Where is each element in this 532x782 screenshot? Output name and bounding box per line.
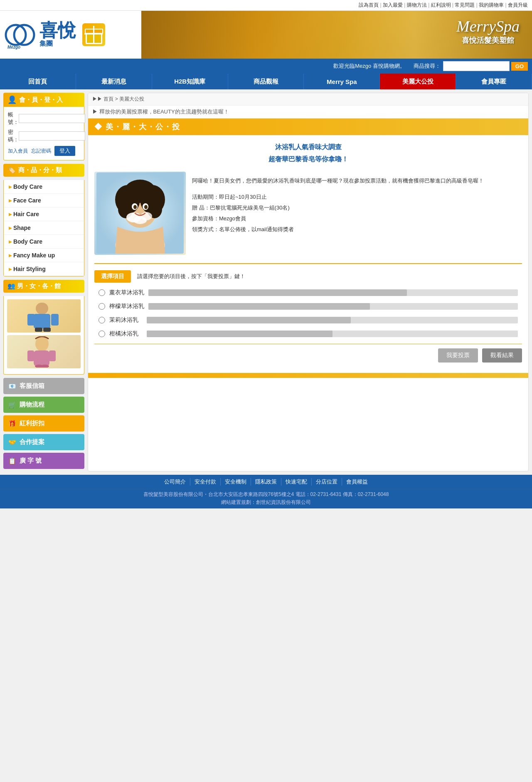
vote-bar-bg-2 bbox=[148, 303, 518, 310]
vote-bar-fill-4 bbox=[147, 331, 332, 337]
vote-section: 選擇項目 請選擇您要的項目後，按下「我要投票」鍵！ 薰衣草沐浴乳 bbox=[94, 263, 522, 363]
vote-label-4: 柑橘沐浴乳 bbox=[109, 330, 143, 338]
forgot-link[interactable]: 忘記密碼 bbox=[31, 148, 51, 155]
vote-header: 選擇項目 請選擇您要的項目後，按下「我要投票」鍵！ bbox=[94, 270, 522, 283]
top-link-home[interactable]: 設為首頁 bbox=[359, 2, 379, 8]
footer-link-membership[interactable]: 會員權益 bbox=[342, 478, 372, 486]
account-input[interactable] bbox=[19, 114, 85, 123]
vote-button[interactable]: 我要投票 bbox=[438, 348, 478, 363]
top-link-faq[interactable]: 常見問題 bbox=[455, 2, 475, 8]
nav-news[interactable]: 最新消息 bbox=[76, 74, 152, 89]
banner: MerrySpa 喜悅活髮美塑館 bbox=[141, 11, 532, 59]
footer-company-info: 喜悅髮型美容股份有限公司・台北市大安區忠孝東路四段76號5樓之4 電話：02-2… bbox=[2, 491, 530, 498]
footer-link-privacy[interactable]: 隱私政策 bbox=[251, 478, 281, 486]
content-breadcrumb: ▶▶ 首頁 > 美麗大公投 bbox=[88, 93, 528, 106]
cooperation-label: 合作提案 bbox=[20, 438, 44, 446]
svg-rect-12 bbox=[49, 350, 56, 361]
vote-bar-fill-1 bbox=[148, 289, 407, 296]
cat-shape[interactable]: Shape bbox=[4, 221, 84, 235]
footer-link-delivery[interactable]: 快速宅配 bbox=[281, 478, 312, 486]
bonus-discount-icon: 🎁 bbox=[8, 420, 16, 427]
svg-point-30 bbox=[133, 217, 147, 224]
vote-radio-3[interactable] bbox=[99, 317, 105, 323]
bottom-orange-bar bbox=[88, 373, 528, 378]
content-area: ▶▶ 首頁 > 美麗大公投 ▶ 釋放你的美麗投票權，BEAUTY的主流趨勢就在這… bbox=[88, 93, 529, 471]
password-input[interactable] bbox=[19, 131, 85, 141]
top-link-upgrade[interactable]: 會員升級 bbox=[508, 2, 528, 8]
survey-image bbox=[94, 172, 186, 255]
svg-rect-3 bbox=[36, 303, 48, 314]
account-field-row: 帳號： bbox=[8, 111, 80, 126]
vote-label-1: 薰衣草沐浴乳 bbox=[109, 289, 144, 296]
top-link-shopping[interactable]: 購物方法 bbox=[407, 2, 427, 8]
login-button[interactable]: 登入 bbox=[54, 146, 75, 156]
guang-icon: 📋 bbox=[8, 457, 16, 465]
sidebar-btns: 📧 客服信箱 🛒 購物流程 🎁 紅利折扣 🤝 合作提案 📋 廣 字 號 bbox=[3, 378, 84, 469]
vote-bar-fill-3 bbox=[147, 317, 351, 323]
vote-instruction: 請選擇您要的項目後，按下「我要投票」鍵！ bbox=[137, 273, 245, 280]
nav-vote[interactable]: 美麗大公投 bbox=[380, 74, 456, 89]
nav-products[interactable]: 商品觀報 bbox=[228, 74, 304, 89]
vote-radio-1[interactable] bbox=[99, 289, 105, 296]
view-results-button[interactable]: 觀看結果 bbox=[482, 348, 522, 363]
cat-face-care[interactable]: Face Care bbox=[4, 194, 84, 207]
guang-btn[interactable]: 📋 廣 字 號 bbox=[3, 453, 84, 469]
svg-rect-5 bbox=[27, 314, 35, 326]
cat-body-care-2[interactable]: Body Care bbox=[4, 235, 84, 249]
cat-hair-styling[interactable]: Hair Styling bbox=[4, 262, 84, 276]
sidebar: 👤 會・員・登・入 帳號： 密碼： 加入會員 忘記密碼 登入 🏷️ 商・品・分・… bbox=[3, 93, 84, 471]
welcome-text: 歡迎光臨Mezgo 喜悅購物網。 bbox=[333, 62, 405, 70]
svg-text:Mezgo: Mezgo bbox=[7, 45, 20, 49]
main-layout: 👤 會・員・登・入 帳號： 密碼： 加入會員 忘記密碼 登入 🏷️ 商・品・分・… bbox=[0, 89, 532, 475]
search-button[interactable]: GO bbox=[511, 62, 528, 71]
member-title-text: 會・員・登・入 bbox=[19, 96, 63, 104]
tagline-text: ▶ 釋放你的美麗投票權，BEAUTY的主流趨勢就在這喔！ bbox=[92, 109, 229, 115]
customer-service-icon: 📧 bbox=[8, 382, 16, 390]
search-label: 商品搜尋： bbox=[414, 62, 441, 70]
gender-images bbox=[3, 296, 84, 375]
footer-link-stores[interactable]: 分店位置 bbox=[312, 478, 342, 486]
footer-link-company[interactable]: 公司簡介 bbox=[160, 478, 190, 486]
svg-point-21 bbox=[124, 180, 156, 203]
product-title: 🏷️ 商・品・分・類 bbox=[3, 164, 84, 177]
categories-box: Body Care Face Care Hair Care Shape Body… bbox=[3, 180, 84, 276]
cooperation-btn[interactable]: 🤝 合作提案 bbox=[3, 434, 84, 450]
logo-area: Mezgo 喜悅 集團 bbox=[0, 11, 141, 59]
shopping-process-icon: 🛒 bbox=[8, 401, 16, 409]
top-link-cart[interactable]: 我的購物車 bbox=[479, 2, 504, 8]
survey-image-area bbox=[94, 172, 186, 255]
cat-body-care-1[interactable]: Body Care bbox=[4, 180, 84, 194]
nav-member[interactable]: 會員專匿 bbox=[456, 74, 532, 89]
survey-area: 沐浴乳人氣香味大調查 超奢華巴黎香皂等你拿嚕！ bbox=[88, 135, 528, 369]
nav-home[interactable]: 回首頁 bbox=[0, 74, 76, 89]
vote-radio-4[interactable] bbox=[99, 331, 105, 337]
product-icon: 🏷️ bbox=[7, 166, 16, 174]
survey-description: 阿囉哈！夏日美女們，您們最愛的沐浴乳香味到底是哪一種呢？現在參加投票活動，就有機… bbox=[192, 172, 522, 255]
vote-radio-2[interactable] bbox=[99, 303, 105, 310]
cat-fancy-makeup[interactable]: Fancy Make up bbox=[4, 249, 84, 262]
activity-prize-method: 領獎方式：名單公佈後，以mail通知得獎者 bbox=[192, 224, 522, 235]
register-link[interactable]: 加入會員 bbox=[8, 148, 28, 155]
activity-period: 活動期間：即日起~10月30日止 bbox=[192, 192, 522, 202]
activity-gift: 贈 品：巴黎抗電腦死光線美皂一組(30名) bbox=[192, 202, 522, 213]
nav-merryspa[interactable]: Merry Spa bbox=[304, 74, 380, 89]
survey-intro-text: 阿囉哈！夏日美女們，您們最愛的沐浴乳香味到底是哪一種呢？現在參加投票活動，就有機… bbox=[192, 176, 522, 185]
gender-section: 👥 男・女・各・館 bbox=[3, 280, 84, 293]
top-link-bonus[interactable]: 紅利說明 bbox=[431, 2, 451, 8]
vote-options: 薰衣草沐浴乳 檸檬草沐浴乳 bbox=[94, 289, 522, 338]
nav-h2b[interactable]: H2B知識庫 bbox=[152, 74, 228, 89]
vote-option-4: 柑橘沐浴乳 bbox=[99, 330, 518, 338]
product-title-text: 商・品・分・類 bbox=[18, 166, 62, 174]
cat-hair-care[interactable]: Hair Care bbox=[4, 207, 84, 221]
top-link-favorites[interactable]: 加入最愛 bbox=[383, 2, 403, 8]
shopping-process-btn[interactable]: 🛒 購物流程 bbox=[3, 397, 84, 413]
bonus-discount-btn[interactable]: 🎁 紅利折扣 bbox=[3, 415, 84, 432]
footer-link-security[interactable]: 安全機制 bbox=[221, 478, 251, 486]
footer-links: 公司簡介 安全付款 安全機制 隱私政策 快速宅配 分店位置 會員權益 bbox=[0, 475, 532, 489]
password-field-row: 密碼： bbox=[8, 128, 80, 143]
svg-point-9 bbox=[35, 336, 49, 351]
search-input[interactable] bbox=[443, 61, 510, 71]
section-title-text: ◆ 美・麗・大・公・投 bbox=[94, 123, 180, 131]
customer-service-btn[interactable]: 📧 客服信箱 bbox=[3, 378, 84, 394]
footer-link-payment[interactable]: 安全付款 bbox=[190, 478, 221, 486]
